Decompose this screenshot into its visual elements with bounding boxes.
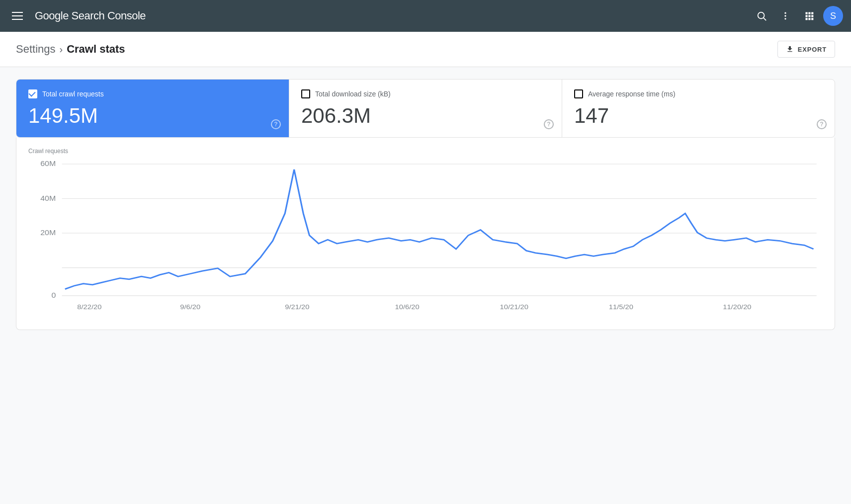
chart-svg: 60M 40M 20M 0 8/22/20 9/6/20 9/21/20 10/… [28,159,823,318]
svg-text:0: 0 [51,291,56,299]
stats-cards: Total crawl requests 149.5M ? Total down… [16,79,835,138]
svg-text:9/6/20: 9/6/20 [180,303,200,311]
stat-label-dl: Total download size (kB) [315,90,391,98]
title-google: Google [35,9,69,22]
stat-checkbox-rt[interactable] [574,89,583,98]
apps-button[interactable] [799,6,819,26]
svg-text:40M: 40M [40,194,56,202]
stat-value-crawl: 149.5M [28,104,277,127]
header-right: S [752,6,843,26]
svg-point-0 [758,12,765,19]
stat-card-header-dl: Total download size (kB) [301,89,550,98]
svg-text:11/5/20: 11/5/20 [609,303,633,311]
svg-text:8/22/20: 8/22/20 [77,303,101,311]
breadcrumb-settings[interactable]: Settings [16,43,56,56]
export-button[interactable]: EXPORT [777,41,835,58]
chart-container: Crawl requests 60M 40M 20M 0 8/22/20 9/6… [16,138,835,330]
search-icon [756,10,767,21]
svg-rect-7 [811,12,813,14]
svg-text:10/6/20: 10/6/20 [395,303,420,311]
svg-rect-13 [811,18,813,20]
svg-rect-6 [808,12,810,14]
chart-area: 60M 40M 20M 0 8/22/20 9/6/20 9/21/20 10/… [28,159,823,318]
stat-label-rt: Average response time (ms) [588,90,676,98]
title-rest: Search Console [69,9,146,22]
app-header: Google Search Console S [0,0,851,32]
search-button[interactable] [752,6,771,26]
svg-point-3 [784,15,786,16]
svg-text:20M: 20M [40,229,56,237]
stat-card-header-rt: Average response time (ms) [574,89,823,98]
stat-value-rt: 147 [574,104,823,127]
svg-rect-10 [811,15,813,17]
svg-text:9/21/20: 9/21/20 [285,303,309,311]
stat-card-response-time[interactable]: Average response time (ms) 147 ? [562,80,835,137]
breadcrumb-bar: Settings › Crawl stats EXPORT [0,32,851,67]
svg-rect-8 [806,15,808,17]
main-content: Total crawl requests 149.5M ? Total down… [0,67,851,342]
stat-card-header: Total crawl requests [28,89,277,98]
breadcrumb-separator: › [60,44,63,55]
grid-icon [804,11,814,21]
svg-point-2 [784,12,786,14]
stat-card-crawl-requests[interactable]: Total crawl requests 149.5M ? [16,80,289,137]
menu-button[interactable] [8,8,27,24]
svg-rect-12 [808,18,810,20]
svg-rect-5 [806,12,808,14]
help-icon-dl[interactable]: ? [544,119,554,129]
stat-checkbox-crawl[interactable] [28,89,37,98]
svg-text:11/20/20: 11/20/20 [723,303,752,311]
stat-label-crawl: Total crawl requests [42,90,104,98]
export-label: EXPORT [798,46,827,53]
svg-rect-9 [808,15,810,17]
more-options-button[interactable] [775,6,795,26]
app-title: Google Search Console [35,9,146,22]
chart-line [65,169,814,289]
avatar[interactable]: S [823,6,843,26]
dots-vertical-icon [780,11,790,21]
stat-card-download-size[interactable]: Total download size (kB) 206.3M ? [289,80,562,137]
svg-text:10/21/20: 10/21/20 [500,303,529,311]
svg-text:60M: 60M [40,160,56,168]
help-icon-rt[interactable]: ? [817,119,827,129]
header-left: Google Search Console [8,8,752,24]
download-icon [786,45,794,53]
svg-line-1 [764,18,766,20]
breadcrumb-current: Crawl stats [67,43,125,56]
stat-value-dl: 206.3M [301,104,550,127]
help-icon-crawl[interactable]: ? [271,119,281,129]
breadcrumb: Settings › Crawl stats [16,43,125,56]
svg-rect-11 [806,18,808,20]
chart-y-label: Crawl requests [28,148,823,155]
stat-checkbox-dl[interactable] [301,89,310,98]
svg-point-4 [784,18,786,19]
